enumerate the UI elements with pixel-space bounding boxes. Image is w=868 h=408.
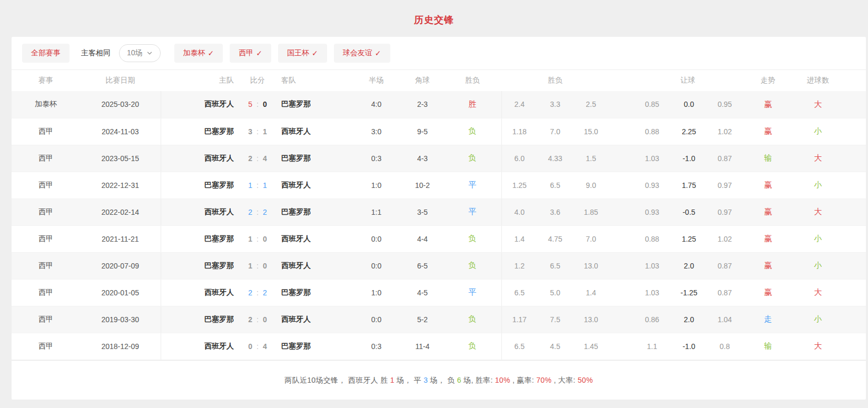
cell-home-team: 巴塞罗那 [161,172,241,198]
cell-handicap-away: 0.95 [707,91,743,118]
cell-handicap-away: 0.97 [707,172,743,198]
cell-half-score: 1:0 [351,279,401,306]
cell-half-score: 4:0 [351,91,401,118]
cell-home-team: 巴塞罗那 [161,306,241,333]
cell-trend: 赢 [743,172,793,198]
cell-league: 西甲 [12,225,80,252]
away-score: 0 [263,100,267,108]
home-away-filter[interactable]: 主客相同 [81,48,111,58]
cell-result: 胜 [443,91,501,118]
column-header-trend: 走势 [743,70,793,91]
home-score: 0 [248,342,252,351]
cell-odds-loss: 1.4 [573,279,609,306]
cell-league: 加泰杯 [12,91,80,118]
home-score: 3 [248,127,252,136]
league-filter-button[interactable]: 西甲 ✓ [230,44,271,63]
away-score: 4 [263,342,267,351]
league-filter-button[interactable]: 国王杯 ✓ [278,44,327,63]
table-row: 西甲 2019-03-30 巴塞罗那 2:0 西班牙人 0:0 5-2 负 1.… [12,306,866,333]
cell-handicap-away: 0.97 [707,198,743,225]
home-score: 5 [248,100,252,108]
column-header-handicap: 让球 [609,70,743,91]
all-events-button[interactable]: 全部赛事 [22,44,70,63]
column-header-result: 胜负 [443,70,501,91]
cell-handicap-away: 1.02 [707,225,743,252]
cell-date: 2022-12-31 [80,172,161,198]
cell-away-team: 巴塞罗那 [274,279,351,306]
league-filter-button[interactable]: 球会友谊 ✓ [334,44,390,63]
cell-league: 西甲 [12,279,80,306]
table-row: 西甲 2023-05-15 西班牙人 2:4 巴塞罗那 0:3 4-3 负 6.… [12,145,866,172]
cell-handicap-home: 0.93 [609,198,671,225]
cell-handicap-home: 1.03 [609,252,671,279]
column-header-corner: 角球 [401,70,443,91]
score-colon: : [257,100,259,108]
cell-handicap-home: 1.03 [609,145,671,172]
column-header-odds: 胜负 [501,70,609,91]
cell-corner: 3-5 [401,198,443,225]
cell-corner: 2-3 [401,91,443,118]
cell-handicap-home: 0.85 [609,91,671,118]
cell-handicap-line: -0.5 [671,198,707,225]
match-table-header: 赛事 比赛日期 主队 比分 客队 半场 角球 胜负 胜负 让球 走势 进球数 [12,70,866,91]
column-header-goals: 进球数 [793,70,866,91]
check-icon: ✓ [375,49,381,57]
cell-corner: 11-4 [401,333,443,360]
match-count-select[interactable]: 10场 [119,44,161,62]
cell-result: 负 [443,252,501,279]
cell-corner: 4-3 [401,145,443,172]
cell-trend: 输 [743,333,793,360]
league-filter-button[interactable]: 加泰杯 ✓ [174,44,223,63]
cell-goals: 大 [793,333,866,360]
cell-goals: 小 [793,118,866,145]
summary-segment: , 大率: [551,376,578,384]
match-count-value: 10场 [127,48,143,58]
table-row: 加泰杯 2025-03-20 西班牙人 5:0 巴塞罗那 4:0 2-3 胜 2… [12,91,866,118]
cell-trend: 赢 [743,91,793,118]
column-header-away: 客队 [274,70,351,91]
cell-goals: 大 [793,198,866,225]
cell-goals: 小 [793,252,866,279]
summary-segment: 场， 平 [394,376,423,384]
cell-corner: 9-5 [401,118,443,145]
away-score: 2 [263,288,267,297]
column-header-date: 比赛日期 [80,70,161,91]
cell-result: 平 [443,172,501,198]
cell-date: 2025-03-20 [80,91,161,118]
summary-segment: 场, 胜率: [461,376,495,384]
cell-home-team: 巴塞罗那 [161,225,241,252]
home-score: 2 [248,288,252,297]
summary-segment: 10% [495,376,510,384]
cell-league: 西甲 [12,252,80,279]
cell-odds-draw: 4.33 [537,145,573,172]
cell-odds-loss: 15.0 [573,118,609,145]
cell-odds-win: 1.25 [501,172,537,198]
cell-date: 2021-11-21 [80,225,161,252]
cell-odds-loss: 9.0 [573,172,609,198]
cell-away-team: 巴塞罗那 [274,198,351,225]
cell-league: 西甲 [12,306,80,333]
summary-segment: 场， 负 [428,376,457,384]
table-row: 西甲 2022-12-31 巴塞罗那 1:1 西班牙人 1:0 10-2 平 1… [12,172,866,198]
summary-segment: 两队近10场交锋， 西班牙人 胜 [284,376,390,384]
score-colon: : [257,262,259,270]
cell-date: 2019-03-30 [80,306,161,333]
cell-odds-win: 1.18 [501,118,537,145]
score-colon: : [257,315,259,324]
cell-odds-loss: 13.0 [573,252,609,279]
cell-odds-loss: 13.0 [573,306,609,333]
cell-odds-draw: 3.6 [537,198,573,225]
cell-handicap-line: 2.25 [671,118,707,145]
cell-odds-draw: 4.5 [537,333,573,360]
cell-trend: 赢 [743,198,793,225]
away-score: 1 [263,181,267,190]
cell-date: 2022-02-14 [80,198,161,225]
cell-half-score: 0:0 [351,225,401,252]
summary-segment: 1 [390,376,394,384]
cell-handicap-home: 0.88 [609,225,671,252]
cell-odds-win: 2.4 [501,91,537,118]
cell-goals: 小 [793,225,866,252]
cell-home-team: 西班牙人 [161,91,241,118]
cell-corner: 4-5 [401,279,443,306]
home-score: 2 [248,154,252,163]
